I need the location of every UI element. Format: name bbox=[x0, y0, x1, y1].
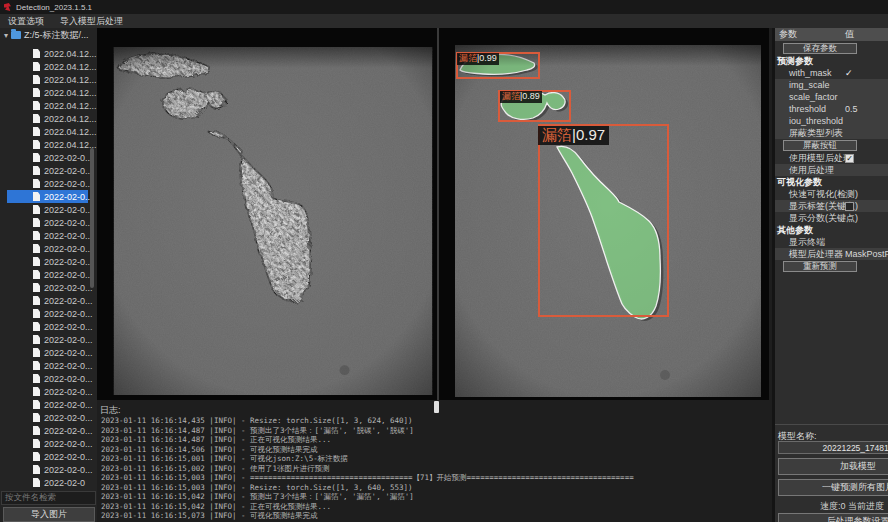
file-icon bbox=[33, 257, 40, 266]
param-row[interactable]: 使用模型后处理✓ bbox=[775, 152, 888, 164]
param-row[interactable]: img_scale bbox=[775, 79, 888, 91]
tree-item[interactable]: 2022-02-0... bbox=[7, 372, 88, 385]
load-model-button[interactable]: 加载模型 bbox=[778, 458, 888, 475]
tree-item-label: 2022.04.12... bbox=[44, 114, 97, 124]
block-button[interactable]: 屏蔽按钮 bbox=[783, 140, 857, 151]
tree-item[interactable]: 2022-02-0... bbox=[7, 242, 88, 255]
param-row[interactable]: 快速可视化(检测) bbox=[775, 188, 888, 200]
tree-item-label: 2022-02-0... bbox=[44, 361, 93, 371]
tree-item[interactable]: 2022.04.12... bbox=[7, 47, 88, 60]
log-line: 2023-01-11 16:16:15,042 |INFO| - 预测出了3个结… bbox=[101, 492, 767, 502]
tree-item-label: 2022-02-0... bbox=[44, 270, 93, 280]
param-name: scale_factor bbox=[789, 92, 838, 102]
param-value: 0.5 bbox=[845, 104, 858, 114]
param-row[interactable]: 显示标签(关键点) bbox=[775, 200, 888, 212]
tree-item-label: 2022-02-0... bbox=[44, 400, 93, 410]
model-name-field[interactable]: 20221225_174813 bbox=[778, 441, 888, 454]
file-icon bbox=[33, 62, 40, 71]
search-input[interactable]: 按文件名检索 bbox=[1, 491, 96, 505]
param-value: MaskPostPro bbox=[845, 249, 888, 259]
tree-item[interactable]: 2022-02-0... bbox=[7, 450, 88, 463]
tree-item[interactable]: 2022-02-0... bbox=[7, 203, 88, 216]
app-logo-icon bbox=[4, 3, 11, 11]
tree-item[interactable]: 2022-02-0... bbox=[7, 255, 88, 268]
checkbox-checked[interactable]: ✓ bbox=[845, 154, 854, 163]
param-row[interactable]: 显示分数(关键点) bbox=[775, 212, 888, 224]
file-icon bbox=[33, 400, 40, 409]
params-panel: 参数 值 保存参数预测参数with_mask✓img_scalescale_fa… bbox=[775, 28, 888, 522]
tree-item[interactable]: 2022.04.12... bbox=[7, 86, 88, 99]
file-icon bbox=[33, 88, 40, 97]
tree-item[interactable]: 2022-02-0 bbox=[7, 476, 88, 489]
save-params-button[interactable]: 保存参数 bbox=[783, 43, 857, 54]
tree-item[interactable]: 2022.04.12... bbox=[7, 125, 88, 138]
import-images-button[interactable]: 导入图片 bbox=[3, 507, 95, 522]
file-icon bbox=[33, 439, 40, 448]
params-header-param: 参数 bbox=[775, 28, 845, 41]
predict-all-button[interactable]: 一键预测所有图片 bbox=[778, 479, 888, 496]
tree-item[interactable]: 2022-02-0... bbox=[7, 294, 88, 307]
tree-item[interactable]: 2022-02-0... bbox=[7, 164, 88, 177]
param-row[interactable]: scale_factor bbox=[775, 91, 888, 103]
tree-item[interactable]: 2022-02-0... bbox=[7, 281, 88, 294]
tree-item[interactable]: 2022-02-0... bbox=[7, 190, 88, 203]
tree-item-label: 2022-02-0... bbox=[44, 244, 93, 254]
tree-item-label: 2022.04.12... bbox=[44, 101, 97, 111]
tree-item[interactable]: 2022.04.12... bbox=[7, 73, 88, 86]
tree-item[interactable]: 2022-02-0... bbox=[7, 177, 88, 190]
tree-item[interactable]: 2022-02-0... bbox=[7, 333, 88, 346]
file-icon bbox=[33, 335, 40, 344]
tree-item[interactable]: 2022-02-0... bbox=[7, 359, 88, 372]
log-line: 2023-01-11 16:16:15,001 |INFO| - 可视化json… bbox=[101, 454, 767, 464]
postprocess-settings-button[interactable]: 后处理参数设置 bbox=[778, 513, 888, 522]
title-bar: Detection_2023.1.5.1 bbox=[0, 0, 888, 14]
tree-item-label: 2022-02-0... bbox=[44, 426, 93, 436]
checkmark-icon: ✓ bbox=[845, 68, 853, 78]
param-row[interactable]: iou_threshold bbox=[775, 115, 888, 127]
tree-item[interactable]: 2022.04.12... bbox=[7, 60, 88, 73]
tree-item-label: 2022-02-0... bbox=[44, 296, 93, 306]
tree-item[interactable]: 2022-02-0... bbox=[7, 437, 88, 450]
menu-settings[interactable]: 设置选项 bbox=[8, 15, 44, 28]
checkbox-empty[interactable] bbox=[845, 202, 854, 211]
tree-item[interactable]: 2022-02-0... bbox=[7, 463, 88, 476]
tree-root-folder[interactable]: ▾ Z:/5-标注数据/... bbox=[0, 28, 97, 42]
tree-item[interactable]: 2022-02-0... bbox=[7, 268, 88, 281]
splitter-handle[interactable] bbox=[434, 401, 439, 413]
param-name: 屏蔽类型列表 bbox=[789, 127, 843, 140]
tree-item[interactable]: 2022.04.12... bbox=[7, 138, 88, 151]
search-placeholder: 按文件名检索 bbox=[5, 492, 56, 504]
menu-import-postprocess[interactable]: 导入模型后处理 bbox=[60, 15, 123, 28]
tree-item[interactable]: 2022.04.12... bbox=[7, 99, 88, 112]
param-row[interactable]: 屏蔽类型列表 bbox=[775, 127, 888, 139]
tree-item[interactable]: 2022-02-0... bbox=[7, 385, 88, 398]
param-row[interactable]: with_mask✓ bbox=[775, 67, 888, 79]
tree-item-label: 2022.04.12... bbox=[44, 62, 97, 72]
speed-progress-text: 速度:0 当前进度 bbox=[820, 500, 884, 513]
tree-item[interactable]: 2022-02-0... bbox=[7, 346, 88, 359]
log-output[interactable]: 2023-01-11 16:16:14,435 |INFO| - Resize:… bbox=[101, 416, 767, 521]
param-row[interactable]: 使用后处理 bbox=[775, 164, 888, 176]
param-row[interactable]: 模型后处理器MaskPostPro bbox=[775, 248, 888, 260]
original-image-panel[interactable] bbox=[97, 28, 437, 400]
param-name: 使用后处理 bbox=[789, 164, 834, 177]
param-row[interactable]: threshold0.5 bbox=[775, 103, 888, 115]
tree-item[interactable]: 2022-02-0... bbox=[7, 398, 88, 411]
tree-item[interactable]: 2022-02-0... bbox=[7, 229, 88, 242]
file-icon bbox=[33, 309, 40, 318]
param-row[interactable]: 显示终端 bbox=[775, 236, 888, 248]
original-image bbox=[113, 47, 433, 395]
tree-item-label: 2022-02-0... bbox=[44, 413, 93, 423]
tree-item[interactable]: 2022.04.12... bbox=[7, 112, 88, 125]
re-predict-button[interactable]: 重新预测 bbox=[783, 261, 857, 272]
tree-item[interactable]: 2022-02-0... bbox=[7, 151, 88, 164]
tree-item[interactable]: 2022-02-0... bbox=[7, 411, 88, 424]
caret-down-icon[interactable]: ▾ bbox=[4, 31, 8, 40]
log-line: 2023-01-11 16:16:15,002 |INFO| - 使用了1张图片… bbox=[101, 464, 767, 474]
tree-item[interactable]: 2022-02-0... bbox=[7, 424, 88, 437]
file-icon bbox=[33, 283, 40, 292]
tree-item[interactable]: 2022-02-0... bbox=[7, 216, 88, 229]
tree-item[interactable]: 2022-02-0... bbox=[7, 307, 88, 320]
tree-scrollbar[interactable] bbox=[90, 148, 94, 288]
tree-item[interactable]: 2022-02-0... bbox=[7, 320, 88, 333]
